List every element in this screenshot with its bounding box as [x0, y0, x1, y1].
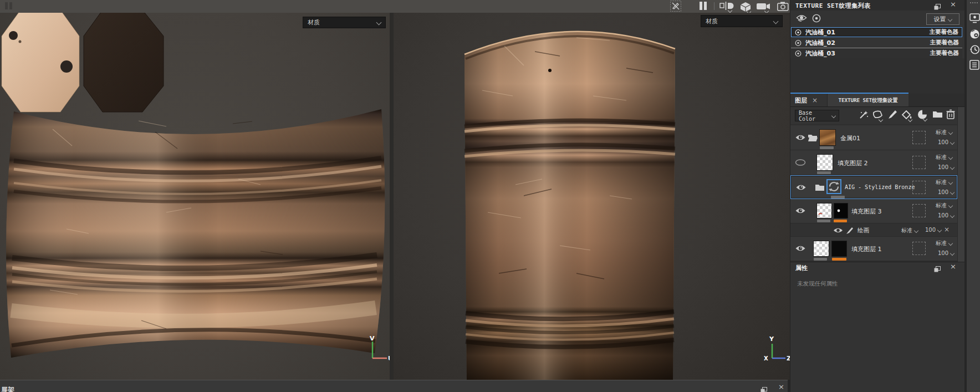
layer-thumbnail[interactable] [813, 241, 829, 257]
material-mode-dropdown-2d[interactable]: 材质 [303, 17, 386, 28]
pause-icon[interactable] [700, 2, 707, 13]
layer-row-fill[interactable]: 填充图层 1 标准 100 [790, 237, 957, 261]
texture-set-row-selected[interactable]: 汽油桶_01 主要着色器 [791, 27, 962, 37]
opacity-dropdown[interactable]: 100 [938, 212, 954, 218]
layer-row-group[interactable]: 金属01 标准 100 [790, 125, 957, 150]
pause-left-icon[interactable] [5, 2, 13, 12]
mask-slot[interactable] [912, 242, 926, 255]
content-indicator-bar [814, 258, 827, 261]
maximize-icon[interactable] [760, 385, 767, 392]
texture-set-panel-header: TEXTURE SET纹理集列表 × [790, 0, 965, 11]
tab-texture-set-settings[interactable]: TEXTURE SET纹理集设置 [828, 94, 908, 107]
visibility-eye-icon[interactable] [833, 227, 843, 234]
mask-slot[interactable] [912, 204, 926, 217]
folder-icon[interactable] [815, 184, 825, 191]
log-list-icon[interactable] [969, 60, 979, 72]
add-fill-layer-icon[interactable] [901, 110, 913, 123]
visibility-eye-icon[interactable] [795, 134, 806, 141]
chevron-down-icon [948, 17, 952, 21]
viewport-3d[interactable]: Y X Z 材质 [394, 13, 790, 380]
shader-link[interactable]: 主要着色器 [930, 28, 959, 36]
mask-effect-row-paint[interactable]: 绘画 标准 100 × [790, 223, 957, 237]
close-icon[interactable]: × [950, 263, 956, 270]
shader-link[interactable]: 主要着色器 [930, 39, 959, 47]
add-group-folder-icon[interactable] [932, 110, 943, 121]
close-icon[interactable]: × [778, 384, 784, 390]
blend-mode-dropdown[interactable]: 标准 [936, 154, 952, 161]
tab-layers[interactable]: 图层 × [790, 94, 828, 107]
layer-row-selected[interactable]: AIG - Stylized Bronze 标准 100 [790, 175, 957, 199]
remove-effect-icon[interactable]: × [944, 226, 950, 233]
layer-thumbnail[interactable] [816, 154, 833, 171]
mask-indicator-bar [834, 220, 847, 222]
tab-bar-empty [908, 94, 965, 107]
layer-thumbnail[interactable] [819, 129, 836, 146]
mask-thumbnail[interactable] [834, 203, 848, 218]
camera-view-icon[interactable] [756, 2, 772, 13]
add-paint-layer-icon[interactable] [887, 109, 898, 122]
visibility-eye-icon[interactable] [795, 184, 807, 191]
right-dock: TEXTURE SET纹理集列表 × 设置 汽油桶_01 主要着色器 [790, 0, 965, 392]
close-icon[interactable]: × [950, 1, 956, 8]
view-material-eye-icon[interactable] [796, 14, 807, 24]
effect-wand-icon[interactable] [858, 110, 869, 123]
blend-mode-dropdown[interactable]: 标准 [936, 240, 952, 247]
bottom-splitter[interactable] [788, 380, 790, 392]
close-icon[interactable]: × [812, 98, 818, 103]
add-smart-material-icon[interactable] [917, 109, 928, 122]
mask-indicator-bar [832, 258, 846, 261]
opacity-dropdown[interactable]: 100 [938, 250, 954, 256]
display-settings-icon[interactable] [969, 13, 980, 26]
view-solo-channel-icon[interactable] [812, 14, 821, 25]
blend-mode-dropdown[interactable]: 标准 [936, 129, 952, 136]
smart-material-thumbnail[interactable] [826, 179, 841, 194]
opacity-dropdown[interactable]: 100 [938, 164, 954, 170]
uv-island-bottom [84, 13, 164, 112]
texture-set-row[interactable]: 汽油桶_02 主要着色器 [791, 38, 962, 48]
material-mode-dropdown-3d[interactable]: 材质 [701, 15, 783, 27]
effect-name: 绘画 [858, 227, 869, 235]
visibility-eye-icon[interactable] [795, 245, 806, 252]
shader-link[interactable]: 主要着色器 [930, 49, 959, 57]
properties-content: 未发现任何属性 [790, 273, 965, 392]
history-clock-icon[interactable] [969, 44, 980, 57]
layer-name: 填充图层 2 [838, 159, 868, 167]
blend-mode-dropdown[interactable]: 标准 [901, 227, 918, 235]
add-mask-shape-icon[interactable] [872, 110, 884, 123]
mask-thumbnail[interactable] [831, 241, 847, 257]
blend-mode-dropdown[interactable]: 标准 [936, 202, 952, 210]
content-indicator-bar [817, 220, 830, 222]
layer-name: 填充图层 3 [851, 207, 882, 216]
layer-name: 填充图层 1 [851, 245, 882, 253]
visibility-eye-icon[interactable] [795, 207, 806, 215]
opacity-dropdown[interactable]: 100 [938, 189, 954, 195]
blend-mode-dropdown[interactable]: 标准 [936, 179, 952, 186]
texture-set-panel-title: TEXTURE SET纹理集列表 [795, 2, 871, 10]
shelf-panel-header[interactable]: 展架 × [0, 380, 788, 392]
paint-brush-icon[interactable] [846, 226, 854, 235]
opacity-dropdown[interactable]: 100 [938, 139, 954, 145]
folder-open-icon[interactable] [808, 134, 818, 142]
mask-slot[interactable] [912, 131, 926, 144]
substance-painter-window: V U 材质 [0, 0, 980, 392]
content-indicator-bar [817, 171, 831, 174]
channel-dropdown[interactable]: Base Color [795, 110, 839, 121]
layer-row-fill[interactable]: 填充图层 2 标准 100 [790, 150, 957, 175]
camera-screenshot-icon[interactable] [777, 2, 789, 13]
stroke-disabled-icon[interactable] [670, 1, 681, 14]
view-layout-icon[interactable] [719, 2, 734, 13]
mask-slot[interactable] [912, 181, 926, 194]
visibility-eye-closed-icon[interactable] [795, 159, 806, 166]
texture-set-row[interactable]: 汽油桶_03 主要着色器 [791, 48, 962, 58]
layer-thumbnail[interactable] [816, 203, 832, 218]
viewport-splitter[interactable] [390, 13, 394, 380]
shader-settings-icon[interactable] [969, 29, 980, 42]
layer-row-fill[interactable]: 填充图层 3 标准 100 [790, 199, 957, 223]
opacity-dropdown[interactable]: 100 [925, 227, 941, 233]
texture-set-settings-button[interactable]: 设置 [926, 13, 959, 25]
delete-layer-trash-icon[interactable] [946, 109, 955, 121]
viewport-2d[interactable]: V U 材质 [0, 13, 390, 380]
barrel-mesh [465, 32, 675, 380]
mask-slot[interactable] [912, 156, 926, 169]
axis-y-label: Y [769, 335, 774, 343]
